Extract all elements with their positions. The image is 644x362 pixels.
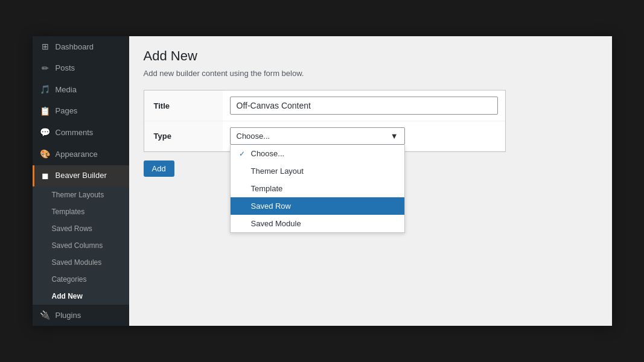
dropdown-option-label: Template bbox=[251, 184, 283, 193]
type-label: Type bbox=[144, 121, 223, 151]
sidebar-item-label: Beaver Builder bbox=[56, 170, 107, 181]
wp-frame: ⊞ Dashboard ✏ Posts 🎵 Media 📋 Pages 💬 Co… bbox=[33, 36, 612, 326]
sidebar-item-label: Dashboard bbox=[56, 42, 94, 52]
sidebar-item-beaver-builder[interactable]: ◼ Beaver Builder bbox=[33, 165, 129, 187]
sidebar: ⊞ Dashboard ✏ Posts 🎵 Media 📋 Pages 💬 Co… bbox=[33, 36, 129, 326]
sidebar-item-media[interactable]: 🎵 Media bbox=[33, 79, 129, 101]
dropdown-option-label: Saved Row bbox=[251, 202, 291, 211]
submenu-saved-modules[interactable]: Saved Modules bbox=[33, 254, 129, 271]
submenu-templates[interactable]: Templates bbox=[33, 203, 129, 220]
add-new-form: Title Type Choose... ▼ bbox=[144, 90, 506, 152]
sidebar-item-label: Media bbox=[56, 84, 77, 95]
type-field: Choose... ▼ Choose... Themer Layout bbox=[223, 121, 505, 151]
sidebar-item-label: Plugins bbox=[56, 310, 81, 321]
sidebar-item-appearance[interactable]: 🎨 Appearance bbox=[33, 144, 129, 165]
sidebar-item-comments[interactable]: 💬 Comments bbox=[33, 122, 129, 144]
title-field bbox=[223, 91, 505, 121]
title-input[interactable] bbox=[230, 97, 498, 115]
posts-icon: ✏ bbox=[40, 63, 51, 75]
beaver-builder-submenu: Themer Layouts Templates Saved Rows Save… bbox=[33, 186, 129, 305]
sidebar-item-label: Posts bbox=[56, 63, 75, 74]
dropdown-arrow-icon: ▼ bbox=[391, 132, 398, 141]
media-icon: 🎵 bbox=[40, 84, 51, 96]
pages-icon: 📋 bbox=[40, 106, 51, 118]
dropdown-option-saved-module[interactable]: Saved Module bbox=[231, 215, 404, 232]
submenu-add-new[interactable]: Add New bbox=[33, 288, 129, 305]
comments-icon: 💬 bbox=[40, 127, 51, 139]
sidebar-item-dashboard[interactable]: ⊞ Dashboard bbox=[33, 36, 129, 58]
plugins-icon: 🔌 bbox=[40, 310, 51, 322]
submenu-categories[interactable]: Categories bbox=[33, 271, 129, 288]
dropdown-option-label: Saved Module bbox=[251, 219, 301, 228]
submenu-themer-layouts[interactable]: Themer Layouts bbox=[33, 186, 129, 203]
add-button[interactable]: Add bbox=[144, 160, 174, 177]
sidebar-item-pages[interactable]: 📋 Pages bbox=[33, 101, 129, 122]
appearance-icon: 🎨 bbox=[40, 148, 51, 160]
dropdown-option-label: Themer Layout bbox=[251, 167, 304, 176]
dropdown-option-choose[interactable]: Choose... bbox=[231, 145, 404, 162]
type-dropdown-container: Choose... ▼ Choose... Themer Layout bbox=[230, 127, 498, 145]
dropdown-selected-value: Choose... bbox=[237, 132, 270, 141]
dropdown-option-template[interactable]: Template bbox=[231, 180, 404, 197]
main-content: Add New Add new builder content using th… bbox=[129, 36, 612, 326]
sidebar-item-plugins[interactable]: 🔌 Plugins bbox=[33, 305, 129, 326]
dropdown-option-saved-row[interactable]: Saved Row bbox=[231, 197, 404, 215]
type-dropdown-trigger[interactable]: Choose... ▼ bbox=[230, 127, 405, 145]
sidebar-item-posts[interactable]: ✏ Posts bbox=[33, 58, 129, 80]
dropdown-option-themer-layout[interactable]: Themer Layout bbox=[231, 162, 404, 180]
sidebar-item-label: Appearance bbox=[56, 149, 98, 160]
submenu-saved-rows[interactable]: Saved Rows bbox=[33, 220, 129, 237]
title-label: Title bbox=[144, 91, 223, 121]
form-row-title: Title bbox=[144, 91, 505, 121]
submenu-saved-columns[interactable]: Saved Columns bbox=[33, 237, 129, 254]
sidebar-item-label: Comments bbox=[56, 127, 94, 138]
sidebar-item-label: Pages bbox=[56, 106, 78, 116]
page-subtitle: Add new builder content using the form b… bbox=[144, 69, 598, 78]
dropdown-option-label: Choose... bbox=[251, 149, 285, 158]
beaver-builder-icon: ◼ bbox=[40, 170, 51, 182]
page-title: Add New bbox=[144, 48, 598, 64]
form-row-type: Type Choose... ▼ Choose... bbox=[144, 121, 505, 151]
dashboard-icon: ⊞ bbox=[40, 41, 51, 53]
type-dropdown-menu: Choose... Themer Layout Template Saved R… bbox=[230, 145, 405, 233]
